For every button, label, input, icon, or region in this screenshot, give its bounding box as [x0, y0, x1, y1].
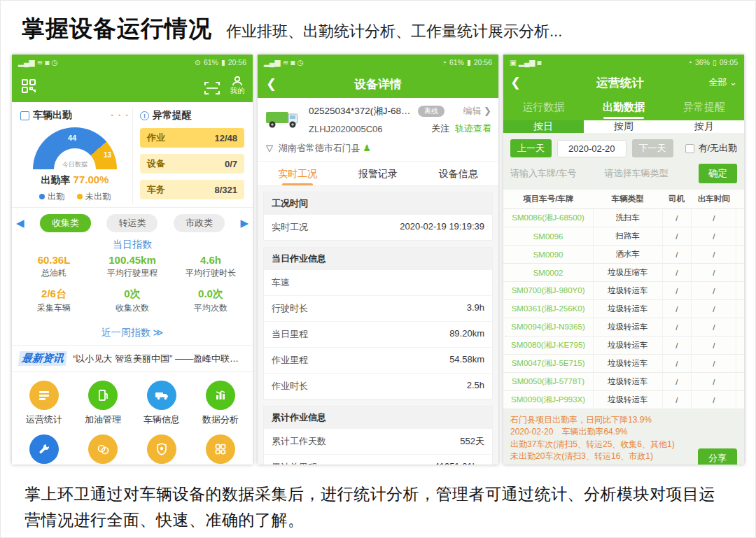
alert-row-vehicle[interactable]: 车务8/321	[140, 180, 244, 199]
scan-frame-icon[interactable]	[204, 80, 220, 96]
tab-municipal[interactable]: 市政类	[174, 214, 225, 232]
app-vehicle-info[interactable]: 车辆信息	[132, 381, 191, 426]
back-icon[interactable]: ❮	[510, 75, 531, 90]
category-tabs: ◀ 收集类 转运类 市政类 ▶	[12, 208, 253, 234]
app-operation-stats[interactable]: 运营统计	[15, 381, 74, 426]
gauge-present-value: 44	[68, 134, 76, 142]
attendance-rate-label: 出勤率	[41, 174, 71, 185]
section-total-work: 累计作业信息 累计工作天数552天 累计总里程41951.31km 累计作业里程…	[263, 406, 493, 465]
phone-home-screen: ▂▄▆ ≋ ◙ ◷ ⊙ 61% ▮ 20:56 我的	[12, 55, 253, 465]
signal-wifi-icons: ▂▄▆ ≋ ◙ ◷	[264, 58, 304, 66]
attendance-gauge: 44 13 今日数据	[33, 127, 117, 169]
alerts-card[interactable]: ! 异常提醒 作业12/48 设备0/7 车务8/321	[132, 108, 247, 204]
section-title: 工况时间	[264, 192, 492, 215]
track-view-link[interactable]: 轨迹查看	[455, 122, 491, 135]
location-icon: ⊙	[195, 58, 201, 66]
back-icon[interactable]: ❮	[266, 76, 287, 92]
edit-link[interactable]: 编辑 ❯	[463, 105, 491, 118]
app-accident-record[interactable]: 事故记录	[74, 434, 132, 465]
stat-duration: 4.6h平均行驶时长	[172, 254, 250, 285]
status-bar: ▂▄▆ ≋ ◙ ◷ ◔ 61% ▮ 20:56	[258, 55, 498, 70]
alert-row-work[interactable]: 作业12/48	[140, 128, 244, 148]
share-button[interactable]: 分享	[698, 448, 737, 465]
summary-line: 石门县项目出勤率，日同比下降13.9%	[510, 414, 737, 426]
tab-alarms[interactable]: 报警记录	[338, 162, 419, 185]
stat-collect-count: 0次收集次数	[93, 288, 172, 320]
follow-button[interactable]: 关注	[431, 122, 449, 135]
profile-icon	[231, 76, 244, 86]
tab-realtime[interactable]: 实时工况	[258, 162, 338, 185]
gauge-absent-value: 13	[104, 151, 111, 159]
next-day-button[interactable]: 下一天	[632, 139, 673, 157]
tab-attendance-data[interactable]: 出勤数据	[584, 95, 664, 120]
table-row[interactable]: SM0361(湘J-256K0)垃圾转运车//	[503, 300, 744, 318]
qr-scan-icon[interactable]	[20, 78, 37, 94]
filter-all-dropdown[interactable]: 全部 ⌄	[708, 76, 737, 89]
section-daily-work: 当日作业信息 车速 行驶时长3.9h 当日里程89.20km 作业里程54.58…	[263, 247, 493, 399]
table-row[interactable]: SM0080(湘J-KE795)垃圾转运车//	[503, 337, 744, 355]
attendance-card[interactable]: 车辆出勤 · · · 44 13 今日数据 出勤率77.00%	[18, 108, 132, 204]
location-icon: ▽	[266, 143, 273, 153]
table-row[interactable]: SM0090洒水车//	[503, 246, 744, 264]
tab-collection[interactable]: 收集类	[40, 214, 91, 232]
daily-index-title: 当日指数	[12, 239, 253, 251]
table-row[interactable]: SM0096扫路车//	[503, 227, 744, 246]
info-row: 当日里程89.20km	[264, 322, 492, 348]
summary-line: 2020-02-20 车辆出勤率64.9%	[510, 426, 737, 438]
phone-operation-stats: ▣ ▂▄▆ ◙ ◔ 36% ▯ 09:05 ❮ 运营统计 全部 ⌄ 运行数据 出…	[503, 55, 744, 465]
attendance-card-icon	[20, 111, 29, 120]
tab-transfer[interactable]: 转运类	[106, 214, 158, 232]
news-ticker[interactable]: 最新资讯 “以小见大 智造美丽中国” ——盈峰中联环境...	[12, 346, 253, 372]
app-data-analysis[interactable]: 数据分析	[191, 381, 250, 426]
legend-present-dot	[39, 194, 45, 199]
date-picker[interactable]: 2020-02-20	[557, 140, 626, 157]
app-fuel-management[interactable]: 加油管理	[74, 381, 132, 426]
page-title: 掌握设备运行情况	[22, 13, 212, 45]
info-row: 车速	[264, 270, 492, 296]
attendance-filter[interactable]: 有/无出勤	[685, 142, 737, 155]
week-index-link[interactable]: 近一周指数 ≫	[12, 324, 253, 346]
arrow-left-icon[interactable]: ◀	[16, 217, 24, 229]
section-title: 当日作业信息	[264, 248, 492, 270]
more-icon[interactable]: · · ·	[111, 110, 130, 121]
headline: 掌握设备运行情况 作业排班、出勤统计分析、工作量统计展示分析...	[1, 1, 755, 49]
search-controls: 请输入车牌/车号 请选择车辆类型 确定	[503, 157, 744, 190]
plate-search-input[interactable]: 请输入车牌/车号	[510, 167, 599, 180]
stats-icon	[37, 388, 51, 402]
arrow-right-icon[interactable]: ▶	[240, 217, 248, 229]
checkbox-icon[interactable]	[685, 144, 694, 153]
detail-tabs: 实时工况 报警记录 设备信息	[258, 161, 498, 186]
alert-row-device[interactable]: 设备0/7	[140, 154, 244, 174]
vehicle-type-select[interactable]: 请选择车辆类型	[605, 167, 694, 180]
table-row[interactable]: SM0086(湘J-68500)洗扫车//	[503, 209, 744, 227]
tab-device-info[interactable]: 设备信息	[418, 162, 498, 185]
app-repair-usage[interactable]: 维修使用	[15, 434, 74, 465]
app-vehicle-management[interactable]: 车务管理	[132, 434, 191, 465]
table-row[interactable]: SM0094(湘J-N9365)垃圾转运车//	[503, 318, 744, 337]
news-text: “以小见大 智造美丽中国” ——盈峰中联环境...	[73, 353, 246, 365]
battery-icon: ▮	[221, 58, 225, 66]
table-row[interactable]: SM0047(湘J-5E715)垃圾转运车//	[503, 355, 744, 373]
profile-button[interactable]: 我的	[230, 76, 244, 96]
checkbox-label: 有/无出勤	[698, 142, 737, 155]
tab-running-data[interactable]: 运行数据	[503, 95, 584, 120]
tab-by-day[interactable]: 按日	[503, 120, 584, 133]
app-parts-mall[interactable]: 配件商城	[191, 434, 250, 465]
tab-abnormal-alerts[interactable]: 异常提醒	[664, 95, 744, 120]
location-text: 湖南省常德市石门县	[279, 143, 360, 153]
confirm-button[interactable]: 确定	[699, 164, 737, 183]
table-row[interactable]: SM0090(湘J-P993X)垃圾转运车//	[503, 391, 744, 409]
table-row[interactable]: SM0002垃圾压缩车//	[503, 264, 744, 282]
vehicle-card[interactable]: 02525034*372(湘J-685... 离线 编辑 ❯ ZLHJ20200…	[258, 98, 498, 138]
parts-icon	[214, 442, 227, 456]
prev-day-button[interactable]: 上一天	[510, 139, 552, 157]
table-row[interactable]: SM0700(湘J-980Y0)垃圾转运车//	[503, 282, 744, 300]
shield-icon	[155, 442, 169, 456]
tab-by-month[interactable]: 按月	[664, 120, 744, 133]
section-worktime: 工况时间 实时工况2020-02-19 19:19:39	[263, 192, 493, 241]
table-row[interactable]: SM0050(湘J-5778T)垃圾转运车//	[503, 373, 744, 391]
stat-avg-count: 0.0次平均次数	[172, 288, 250, 320]
signal-wifi-icons: ▣ ▂▄▆ ◙	[510, 58, 542, 66]
info-row: 作业里程54.58km	[264, 348, 492, 374]
tab-by-week[interactable]: 按周	[584, 120, 664, 133]
